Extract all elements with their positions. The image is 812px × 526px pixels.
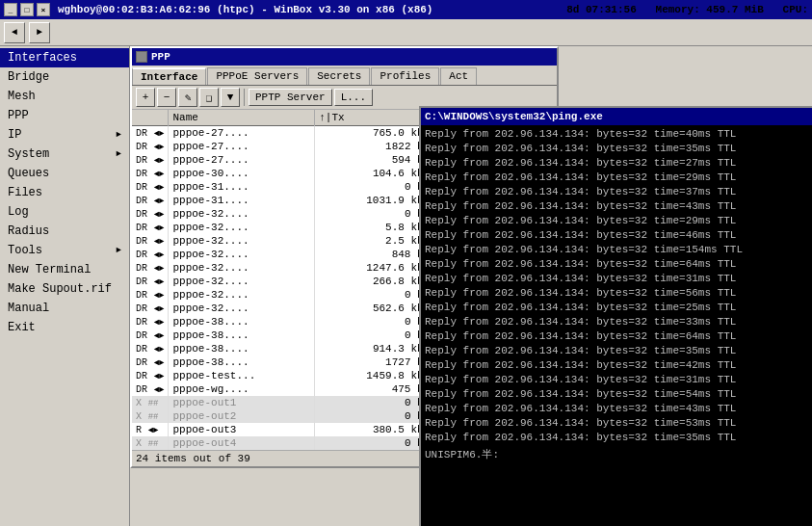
sidebar-item-interfaces[interactable]: Interfaces	[0, 48, 129, 67]
row-status: DR ◄►	[132, 194, 169, 207]
row-status: DR ◄►	[132, 275, 169, 288]
cmd-line: Reply from 202.96.134.134: bytes=32 time…	[425, 344, 812, 358]
row-status: DR ◄►	[132, 207, 169, 221]
cmd-line: Reply from 202.96.134.134: bytes=32 time…	[425, 243, 812, 257]
row-status: DR ◄►	[132, 315, 169, 329]
cmd-line: Reply from 202.96.134.134: bytes=32 time…	[425, 387, 812, 402]
ppp-title-text: PPP	[151, 51, 170, 63]
ip-arrow-icon: ►	[117, 130, 121, 140]
maximize-icon[interactable]: □	[20, 3, 34, 16]
row-name: pppoe-31....	[169, 180, 315, 194]
cmd-line: Reply from 202.96.134.134: bytes=32 time…	[425, 142, 812, 156]
content-area: PPP Interface PPPoE Servers Secrets Prof…	[130, 46, 812, 526]
row-name: pppoe-38....	[169, 342, 315, 355]
sidebar-item-exit[interactable]: Exit	[0, 318, 129, 337]
sidebar-item-mesh[interactable]: Mesh	[0, 87, 129, 106]
row-status: DR ◄►	[132, 140, 169, 153]
row-name: pppoe-32....	[169, 288, 315, 302]
row-name: pppoe-38....	[169, 315, 315, 329]
row-name: pppoe-27....	[169, 140, 315, 153]
sidebar-item-tools[interactable]: Tools ►	[0, 241, 129, 260]
main-layout: Interfaces Bridge Mesh PPP IP ► System ►…	[0, 46, 812, 526]
row-status: DR ◄►	[132, 355, 169, 369]
edit-button[interactable]: ✎	[178, 88, 197, 107]
time-display: 8d 07:31:56 Memory: 459.7 MiB CPU:	[566, 4, 808, 15]
row-name: pppoe-38....	[169, 355, 315, 369]
row-status: R ◄►	[132, 423, 169, 436]
tab-profiles[interactable]: Profiles	[371, 67, 439, 85]
row-status: DR ◄►	[132, 382, 169, 396]
row-status: DR ◄►	[132, 153, 169, 167]
ppp-title-bar: PPP	[132, 48, 557, 66]
cmd-line: Reply from 202.96.134.134: bytes=32 time…	[425, 171, 812, 185]
sidebar-item-make-supout[interactable]: Make Supout.rif	[0, 279, 129, 299]
close-icon[interactable]: ×	[37, 3, 50, 16]
pptp-server-button[interactable]: PPTP Server	[249, 89, 332, 106]
title-bar: _ □ × wghboy@00:02:B3:A6:62:96 (htpc) - …	[0, 0, 812, 19]
row-name: pppoe-out1	[169, 396, 315, 409]
row-status: X ##	[132, 436, 169, 450]
tab-pppoe-servers[interactable]: PPPoE Servers	[207, 67, 307, 85]
row-name: pppoe-wg....	[169, 382, 315, 396]
col-status[interactable]	[132, 110, 169, 126]
row-status: DR ◄►	[132, 261, 169, 275]
l2tp-button[interactable]: L...	[334, 89, 373, 106]
tab-active[interactable]: Act	[440, 67, 477, 85]
cmd-line: Reply from 202.96.134.134: bytes=32 time…	[425, 301, 812, 315]
sidebar-item-bridge[interactable]: Bridge	[0, 67, 129, 87]
sidebar-item-ppp[interactable]: PPP	[0, 106, 129, 125]
row-name: pppoe-out4	[169, 436, 315, 450]
ppp-window-icon	[136, 51, 147, 63]
sidebar-item-log[interactable]: Log	[0, 202, 129, 222]
sidebar-item-manual[interactable]: Manual	[0, 299, 129, 318]
sidebar-item-new-terminal[interactable]: New Terminal	[0, 260, 129, 279]
row-name: pppoe-27....	[169, 126, 315, 141]
cmd-line: Reply from 202.96.134.134: bytes=32 time…	[425, 431, 812, 445]
sidebar-item-radius[interactable]: Radius	[0, 222, 129, 241]
sidebar-item-ip[interactable]: IP ►	[0, 125, 129, 145]
tab-interface[interactable]: Interface	[132, 67, 206, 85]
sidebar-item-queues[interactable]: Queues	[0, 164, 129, 183]
cmd-line: Reply from 202.96.134.134: bytes=32 time…	[425, 272, 812, 286]
tools-arrow-icon: ►	[117, 246, 121, 255]
row-name: pppoe-32....	[169, 234, 315, 248]
cmd-line: Reply from 202.96.134.134: bytes=32 time…	[425, 329, 812, 344]
row-name: pppoe-test...	[169, 369, 315, 382]
row-status: DR ◄►	[132, 329, 169, 342]
row-status: DR ◄►	[132, 369, 169, 382]
cmd-input-line: UNISPIM6.半:	[425, 447, 812, 461]
remove-button[interactable]: −	[157, 88, 176, 107]
add-button[interactable]: +	[136, 88, 155, 107]
row-name: pppoe-32....	[169, 248, 315, 261]
forward-button[interactable]: ►	[29, 22, 50, 43]
cmd-line: Reply from 202.96.134.134: bytes=32 time…	[425, 185, 812, 199]
cmd-line: Reply from 202.96.134.134: bytes=32 time…	[425, 358, 812, 373]
row-status: DR ◄►	[132, 221, 169, 234]
row-status: DR ◄►	[132, 167, 169, 180]
back-button[interactable]: ◄	[4, 22, 25, 43]
row-name: pppoe-38....	[169, 329, 315, 342]
sidebar-item-system[interactable]: System ►	[0, 145, 129, 164]
cmd-line: Reply from 202.96.134.134: bytes=32 time…	[425, 402, 812, 416]
copy-button[interactable]: ❑	[199, 88, 219, 107]
row-status: DR ◄►	[132, 126, 169, 141]
row-name: pppoe-32....	[169, 207, 315, 221]
row-status: X ##	[132, 409, 169, 423]
col-name[interactable]: Name	[169, 110, 315, 126]
top-toolbar: ◄ ►	[0, 19, 812, 46]
cmd-window: C:\WINDOWS\system32\ping.exe Reply from …	[419, 106, 812, 526]
row-name: pppoe-out3	[169, 423, 315, 436]
cmd-line: Reply from 202.96.134.134: bytes=32 time…	[425, 373, 812, 387]
cmd-content: Reply from 202.96.134.134: bytes=32 time…	[421, 125, 812, 526]
cmd-line: Reply from 202.96.134.134: bytes=32 time…	[425, 416, 812, 431]
cmd-line: Reply from 202.96.134.134: bytes=32 time…	[425, 127, 812, 142]
row-status: DR ◄►	[132, 180, 169, 194]
filter-button[interactable]: ▼	[221, 88, 240, 107]
sidebar-item-files[interactable]: Files	[0, 183, 129, 202]
cmd-title-text: C:\WINDOWS\system32\ping.exe	[425, 111, 603, 122]
minimize-icon[interactable]: _	[4, 3, 17, 16]
cmd-line: Reply from 202.96.134.134: bytes=32 time…	[425, 156, 812, 171]
row-status: X ##	[132, 396, 169, 409]
row-name: pppoe-32....	[169, 221, 315, 234]
tab-secrets[interactable]: Secrets	[308, 67, 370, 85]
